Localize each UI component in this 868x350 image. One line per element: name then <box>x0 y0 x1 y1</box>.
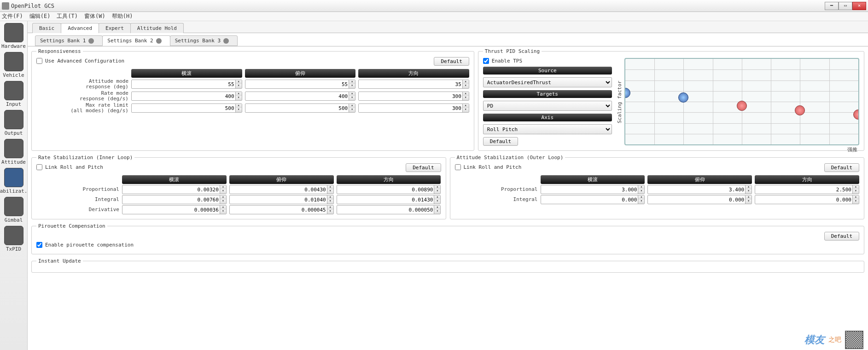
sidebar-item-output[interactable]: Output <box>2 110 25 136</box>
spin-down-icon[interactable]: ▾ <box>235 84 242 88</box>
instant-update-group: Instant Update <box>31 258 864 273</box>
tps-default-button[interactable]: Default <box>483 137 518 146</box>
rate-p-yaw[interactable]: ▴▾ <box>337 185 441 194</box>
rate-roll-spin[interactable]: ▴▾ <box>131 92 242 101</box>
col-roll: 横滚 <box>131 69 242 78</box>
rate-yaw-spin[interactable]: ▴▾ <box>358 92 469 101</box>
menu-help[interactable]: 帮助(H) <box>112 12 133 20</box>
window-close-button[interactable]: ✕ <box>852 2 866 10</box>
sidebar-item-input[interactable]: Input <box>2 81 25 107</box>
instant-update-title: Instant Update <box>36 258 83 264</box>
tps-source-heading: Source <box>483 67 612 75</box>
menubar: 文件(F) 编辑(E) 工具(T) 窗体(W) 帮助(H) <box>0 12 868 21</box>
tps-axis-select[interactable]: Roll Pitch <box>483 124 612 134</box>
sidebar-item-gimbal[interactable]: Gimbal <box>2 197 25 223</box>
window-minimize-button[interactable]: ━ <box>825 2 839 10</box>
graph-point[interactable] <box>678 92 688 103</box>
rate-d-roll[interactable]: ▴▾ <box>122 205 227 214</box>
graph-point[interactable] <box>737 101 747 111</box>
att-i-pitch[interactable]: ▴▾ <box>647 195 752 204</box>
attitude-roll-spin[interactable]: ▴▾ <box>131 80 242 89</box>
rate-default-button[interactable]: Default <box>406 163 441 172</box>
pirouette-title: Pirouette Compensation <box>36 223 107 229</box>
rate-i-pitch[interactable]: ▴▾ <box>229 195 334 204</box>
app-icon <box>2 2 9 10</box>
tab-advanced[interactable]: Advanced <box>61 23 99 33</box>
tps-targets-heading: Targets <box>483 90 612 98</box>
rate-i-yaw[interactable]: ▴▾ <box>337 195 441 204</box>
rate-stabilization-group: Rate Stabilization (Inner Loop) Default … <box>31 155 446 219</box>
menu-window[interactable]: 窗体(W) <box>84 12 105 20</box>
responsiveness-default-button[interactable]: Default <box>434 57 469 66</box>
menu-edit[interactable]: 编辑(E) <box>29 12 51 20</box>
rate-d-pitch[interactable]: ▴▾ <box>229 205 334 214</box>
tps-graph[interactable] <box>624 58 859 145</box>
maxrate-roll-spin[interactable]: ▴▾ <box>131 103 242 113</box>
att-p-yaw[interactable]: ▴▾ <box>755 185 859 194</box>
menu-tools[interactable]: 工具(T) <box>57 12 78 20</box>
tps-targets-select[interactable]: PD <box>483 101 612 111</box>
graph-ylabel: Scaling factor <box>617 58 623 146</box>
pirouette-default-button[interactable]: Default <box>824 232 859 241</box>
tab-altitude-hold[interactable]: Altitude Hold <box>130 23 184 33</box>
tab-settings-bank-2[interactable]: Settings Bank 2 <box>102 35 170 46</box>
tab-settings-bank-3[interactable]: Settings Bank 3 <box>170 35 238 46</box>
window-titlebar: OpenPilot GCS ━ ▭ ✕ <box>0 0 868 12</box>
attitude-pitch-spin[interactable]: ▴▾ <box>245 80 356 89</box>
tab-settings-bank-1[interactable]: Settings Bank 1 <box>35 35 103 46</box>
maxrate-yaw-spin[interactable]: ▴▾ <box>358 103 469 113</box>
rate-pitch-spin[interactable]: ▴▾ <box>245 92 356 101</box>
enable-pirouette-checkbox[interactable]: Enable pirouette compensation <box>36 242 134 248</box>
rate-d-yaw[interactable]: ▴▾ <box>337 205 441 214</box>
attitude-default-button[interactable]: Default <box>824 163 859 172</box>
attitude-title: Attitude Stabilization (Outer Loop) <box>455 155 565 161</box>
att-p-roll[interactable]: ▴▾ <box>541 185 645 194</box>
settings-bank-tabs: Settings Bank 1 Settings Bank 2 Settings… <box>28 33 868 46</box>
sidebar-item-attitude[interactable]: Attitude <box>2 139 25 165</box>
enable-tps-checkbox[interactable]: Enable TPS <box>483 58 612 64</box>
gear-icon <box>88 38 94 44</box>
gear-icon <box>223 38 229 44</box>
watermark: 模友 之吧 <box>804 331 863 349</box>
sidebar-item-stabilization[interactable]: Stabilizat... <box>2 168 25 194</box>
qr-code-icon <box>845 331 863 349</box>
att-i-yaw[interactable]: ▴▾ <box>755 195 859 204</box>
max-rate-label: Max rate limit(all modes) (deg/s) <box>36 103 128 114</box>
maxrate-pitch-spin[interactable]: ▴▾ <box>245 103 356 113</box>
rate-p-pitch[interactable]: ▴▾ <box>229 185 334 194</box>
txpid-icon <box>4 226 23 245</box>
output-icon <box>4 110 23 129</box>
sidebar-item-txpid[interactable]: TxPID <box>2 226 25 252</box>
sidebar: Hardware Vehicle Input Output Attitude S… <box>0 21 28 350</box>
tab-expert[interactable]: Expert <box>99 23 131 33</box>
menu-file[interactable]: 文件(F) <box>2 12 23 20</box>
rate-link-checkbox[interactable]: Link Roll and Pitch <box>36 164 103 170</box>
pirouette-group: Pirouette Compensation Default Enable pi… <box>31 223 864 254</box>
main-tabs: Basic Advanced Expert Altitude Hold <box>28 21 868 33</box>
attitude-stabilization-group: Attitude Stabilization (Outer Loop) Defa… <box>450 155 865 219</box>
hardware-icon <box>4 23 23 42</box>
brand-logo: 模友 <box>804 333 825 347</box>
window-maximize-button[interactable]: ▭ <box>839 2 852 10</box>
attitude-mode-label: Attitude moderesponse (deg) <box>36 79 128 90</box>
att-p-pitch[interactable]: ▴▾ <box>647 185 752 194</box>
attitude-yaw-spin[interactable]: ▴▾ <box>358 80 469 89</box>
attitude-link-checkbox[interactable]: Link Roll and Pitch <box>455 164 522 170</box>
attitude-icon <box>4 139 23 158</box>
att-i-roll[interactable]: ▴▾ <box>541 195 645 204</box>
responsiveness-group: Responsiveness Default Use Advanced Conf… <box>31 48 474 151</box>
vehicle-icon <box>4 52 23 71</box>
use-advanced-config-checkbox[interactable]: Use Advanced Configuration <box>36 58 124 64</box>
gear-icon <box>156 38 162 44</box>
rate-p-roll[interactable]: ▴▾ <box>122 185 227 194</box>
tps-source-select[interactable]: ActuatorDesiredThrust <box>483 77 612 87</box>
sidebar-item-hardware[interactable]: Hardware <box>2 23 25 49</box>
gimbal-icon <box>4 197 23 216</box>
tps-title: Thrust PID Scaling <box>483 48 542 54</box>
stabilization-icon <box>4 168 23 187</box>
tab-basic[interactable]: Basic <box>32 23 61 33</box>
rate-i-roll[interactable]: ▴▾ <box>122 195 227 204</box>
graph-xlabel: 强推 <box>847 146 857 153</box>
sidebar-item-vehicle[interactable]: Vehicle <box>2 52 25 78</box>
graph-point[interactable] <box>795 105 805 115</box>
